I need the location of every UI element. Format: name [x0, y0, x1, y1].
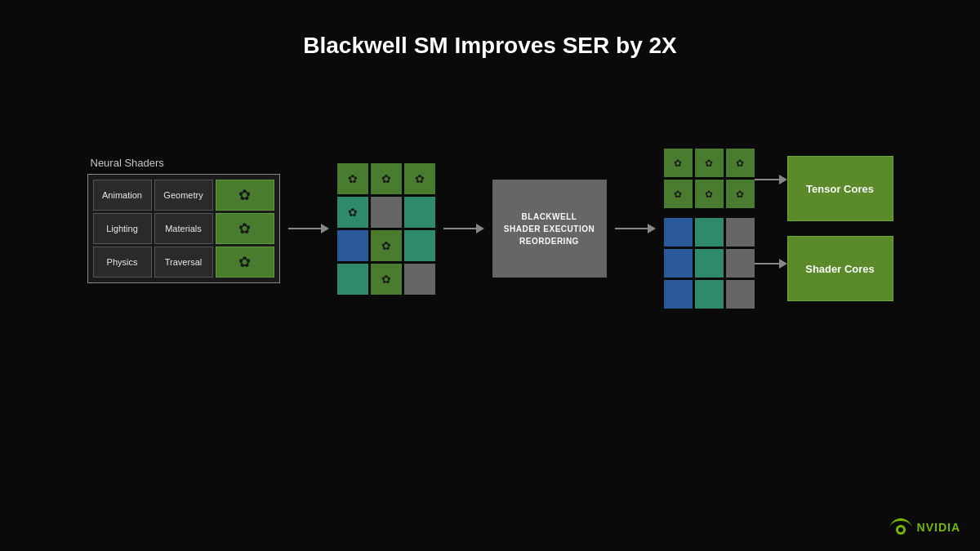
mg-icon-6: ✿ — [381, 273, 391, 286]
cell-icon-1: ✿ — [216, 180, 274, 211]
neural-icon-2: ✿ — [238, 220, 251, 238]
arrow-line-3 — [615, 228, 648, 229]
nvidia-logo: NVIDIA — [889, 518, 960, 536]
arrow-line-shader — [755, 263, 779, 264]
tog-r1c3: ✿ — [726, 149, 755, 177]
arrow-line-1 — [288, 228, 321, 229]
tog-r2c3: ✿ — [726, 180, 755, 208]
cell-animation: Animation — [93, 180, 152, 211]
mg-icon-2: ✿ — [381, 172, 391, 185]
mg-r3c2: ✿ — [371, 230, 402, 261]
arrow-3 — [607, 224, 664, 233]
mg-r2c3 — [404, 197, 435, 228]
bog-r2c2 — [695, 249, 724, 278]
svg-point-1 — [898, 527, 903, 532]
arrow-head-2 — [476, 224, 484, 233]
page-title: Blackwell SM Improves SER by 2X — [0, 0, 980, 59]
output-split-section: ✿ ✿ ✿ ✿ ✿ ✿ — [664, 149, 755, 309]
diagram-area: Neural Shaders Animation Geometry ✿ Ligh… — [0, 131, 980, 309]
arrow-head-shader — [779, 259, 787, 269]
cores-section: Tensor Cores Shader Cores — [787, 156, 893, 301]
bog-r2c3 — [726, 249, 755, 278]
mg-r4c3 — [404, 264, 435, 295]
shader-cores-label: Shader Cores — [805, 263, 875, 275]
shader-cores-box: Shader Cores — [787, 236, 893, 301]
arrow-line-tensor — [755, 179, 779, 180]
arrow-head-tensor — [779, 175, 787, 184]
ser-box: BLACKWELL SHADER EXECUTION REORDERING — [492, 180, 607, 278]
arrow-to-tensor — [755, 150, 787, 210]
ser-text: BLACKWELL SHADER EXECUTION REORDERING — [504, 211, 595, 247]
mg-r4c1 — [337, 264, 368, 295]
cell-icon-2: ✿ — [216, 213, 274, 244]
bog-r1c1 — [664, 218, 693, 247]
mixed-input-grid: ✿ ✿ ✿ ✿ ✿ ✿ — [337, 163, 435, 295]
neural-shaders-container: Neural Shaders Animation Geometry ✿ Ligh… — [87, 157, 280, 283]
tog-r1c1: ✿ — [664, 149, 693, 177]
bog-r3c3 — [726, 280, 755, 309]
top-output-row: ✿ ✿ ✿ ✿ ✿ ✿ — [664, 149, 755, 208]
shader-grid-box: Animation Geometry ✿ Lighting Materials … — [87, 174, 280, 283]
mg-icon-4: ✿ — [348, 206, 358, 219]
mg-r3c1 — [337, 230, 368, 261]
mg-r1c1: ✿ — [337, 163, 368, 194]
mg-icon-5: ✿ — [381, 239, 391, 252]
arrow-1 — [280, 224, 337, 233]
bog-r1c3 — [726, 218, 755, 247]
tensor-cores-label: Tensor Cores — [806, 183, 874, 195]
tog-r1c2: ✿ — [695, 149, 724, 177]
arrow-head-3 — [648, 224, 656, 233]
tog-r2c1: ✿ — [664, 180, 693, 208]
nvidia-text: NVIDIA — [917, 521, 960, 534]
nvidia-logo-icon — [889, 518, 912, 536]
cell-lighting: Lighting — [93, 213, 152, 244]
bottom-output-row — [664, 218, 755, 309]
arrows-to-cores — [755, 150, 787, 308]
mg-r2c2 — [371, 197, 402, 228]
top-output-grid: ✿ ✿ ✿ ✿ ✿ ✿ — [664, 149, 755, 208]
mg-r3c3 — [404, 230, 435, 261]
mg-icon-3: ✿ — [415, 172, 425, 185]
arrow-line-2 — [443, 228, 476, 229]
cell-physics: Physics — [93, 247, 152, 278]
arrow-to-shader — [755, 220, 787, 308]
arrow-head-1 — [321, 224, 329, 233]
bog-r1c2 — [695, 218, 724, 247]
cell-traversal: Traversal — [154, 247, 213, 278]
bog-r2c1 — [664, 249, 693, 278]
mg-r1c3: ✿ — [404, 163, 435, 194]
mg-icon-1: ✿ — [348, 172, 358, 185]
neural-icon-1: ✿ — [238, 186, 251, 204]
bog-r3c2 — [695, 280, 724, 309]
cell-materials: Materials — [154, 213, 213, 244]
mg-r4c2: ✿ — [371, 264, 402, 295]
mg-r1c2: ✿ — [371, 163, 402, 194]
cell-icon-3: ✿ — [216, 247, 274, 278]
neural-icon-3: ✿ — [238, 253, 251, 271]
bottom-output-grid — [664, 218, 755, 309]
neural-shaders-label: Neural Shaders — [91, 157, 164, 169]
bog-r3c1 — [664, 280, 693, 309]
cell-geometry: Geometry — [154, 180, 213, 211]
arrow-2 — [435, 224, 492, 233]
tog-r2c2: ✿ — [695, 180, 724, 208]
tensor-cores-box: Tensor Cores — [787, 156, 893, 221]
mg-r2c1: ✿ — [337, 197, 368, 228]
